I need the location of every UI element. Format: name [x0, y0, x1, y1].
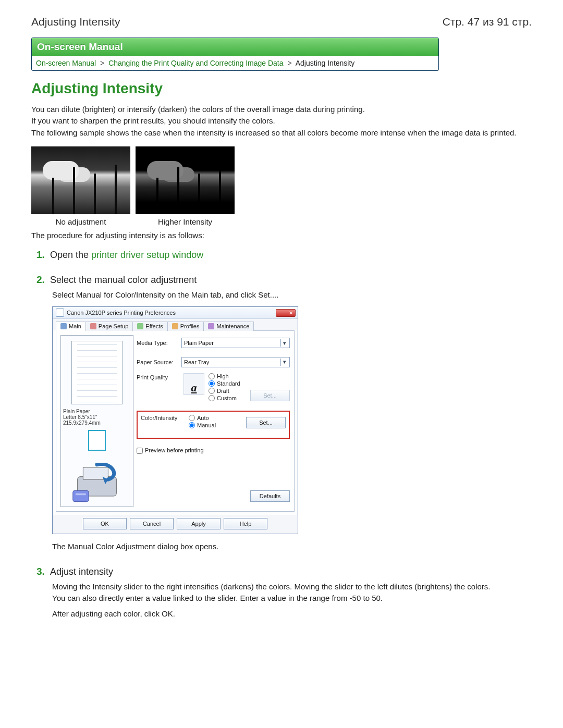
breadcrumb-sep: >: [98, 59, 106, 67]
quality-high-radio[interactable]: High: [209, 373, 240, 379]
step2-title: Select the manual color adjustment: [50, 275, 197, 285]
sample-no-adjust: No adjustment: [31, 146, 130, 226]
quality-set-button[interactable]: Set...: [250, 390, 290, 401]
color-set-button[interactable]: Set...: [246, 417, 286, 428]
color-intensity-label: Color/Intensity: [141, 415, 181, 421]
preview-info: Plain Paper: [63, 409, 90, 414]
color-intensity-group: Color/Intensity Auto Manual Set...: [137, 411, 290, 439]
radio-label: Manual: [197, 422, 216, 428]
print-preferences-dialog: Canon JX210P series Printing Preferences…: [52, 306, 298, 534]
select-value: Plain Paper: [184, 340, 214, 346]
print-preview-pane: Plain Paper Letter 8.5"x11" 215.9x279.4m…: [60, 335, 133, 507]
media-type-select[interactable]: Plain Paper ▾: [181, 338, 290, 348]
step-number: 1.: [36, 249, 45, 261]
tray-icon: [88, 430, 106, 451]
tab-label: Profiles: [180, 323, 200, 329]
breadcrumb-sep: >: [285, 59, 293, 67]
step3-line: You can also directly enter a value link…: [52, 593, 532, 603]
procedure-line: The procedure for adjusting intensity is…: [31, 230, 532, 241]
breadcrumb-root[interactable]: On-screen Manual: [36, 59, 96, 67]
tab-label: Main: [69, 323, 81, 329]
color-manual-radio[interactable]: Manual: [189, 422, 216, 428]
tab-main[interactable]: Main: [56, 322, 86, 331]
tab-maintenance[interactable]: Maintenance: [203, 322, 254, 331]
quality-draft-radio[interactable]: Draft: [209, 388, 240, 394]
step1-prefix: Open the: [50, 250, 91, 260]
step2-desc: Select Manual for Color/Intensity on the…: [52, 290, 532, 300]
dialog-title: Canon JX210P series Printing Preferences: [67, 310, 176, 316]
app-icon: [56, 309, 64, 317]
step3-title: Adjust intensity: [50, 566, 113, 577]
svg-rect-4: [76, 493, 86, 496]
step-number: 2.: [36, 274, 45, 286]
page-title: Adjusting Intensity: [31, 80, 532, 97]
select-value: Rear Tray: [184, 359, 209, 365]
preview-before-printing-checkbox[interactable]: Preview before printing: [137, 447, 204, 453]
cancel-button[interactable]: Cancel: [130, 518, 174, 529]
step3-line: After adjusting each color, click OK.: [52, 609, 532, 619]
quality-icon: a: [183, 373, 204, 395]
page-counter: Стр. 47 из 91 стр.: [443, 16, 532, 28]
step2-after: The Manual Color Adjustment dialog box o…: [52, 541, 532, 552]
radio-label: Auto: [197, 415, 209, 421]
radio-label: Custom: [217, 395, 237, 401]
help-button[interactable]: Help: [224, 518, 267, 529]
intro-line: You can dilute (brighten) or intensify (…: [31, 104, 532, 115]
quality-standard-radio[interactable]: Standard: [209, 380, 240, 387]
tab-effects[interactable]: Effects: [132, 322, 167, 331]
print-quality-label: Print Quality: [137, 373, 177, 380]
manual-banner: On-screen Manual: [32, 38, 438, 56]
tab-label: Effects: [145, 323, 163, 329]
page-title-top: Adjusting Intensity: [31, 16, 120, 28]
breadcrumb-parent[interactable]: Changing the Print Quality and Correctin…: [108, 59, 283, 67]
printer-driver-link[interactable]: printer driver setup window: [91, 250, 203, 260]
chevron-down-icon: ▾: [280, 359, 288, 366]
media-type-label: Media Type:: [137, 340, 177, 346]
radio-label: Standard: [217, 380, 240, 387]
breadcrumb-here: Adjusting Intensity: [296, 59, 355, 67]
sample-caption: No adjustment: [31, 217, 130, 226]
intro-line: If you want to sharpen the print results…: [31, 116, 532, 126]
preview-info: Letter 8.5"x11" 215.9x279.4mm: [63, 414, 131, 426]
radio-label: Draft: [217, 388, 229, 394]
step-number: 3.: [36, 566, 45, 577]
apply-button[interactable]: Apply: [177, 518, 221, 529]
ok-button[interactable]: OK: [83, 518, 127, 529]
printer-icon: [68, 463, 126, 504]
paper-source-select[interactable]: Rear Tray ▾: [181, 357, 290, 367]
checkbox-label: Preview before printing: [145, 447, 204, 453]
step3-line: Moving the Intensity slider to the right…: [52, 582, 532, 592]
intro-line: The following sample shows the case when…: [31, 128, 532, 138]
paper-source-label: Paper Source:: [137, 359, 177, 365]
tab-label: Page Setup: [99, 323, 129, 329]
defaults-button[interactable]: Defaults: [250, 490, 290, 502]
tab-label: Maintenance: [216, 323, 249, 329]
sample-caption: Higher Intensity: [136, 217, 235, 226]
close-icon[interactable]: ✕: [276, 309, 296, 317]
color-auto-radio[interactable]: Auto: [189, 415, 216, 421]
tab-page-setup[interactable]: Page Setup: [85, 322, 133, 331]
tab-profiles[interactable]: Profiles: [167, 322, 204, 331]
radio-label: High: [217, 373, 229, 379]
chevron-down-icon: ▾: [280, 339, 288, 347]
sample-higher-intensity: Higher Intensity: [136, 146, 235, 226]
svg-rect-3: [73, 491, 89, 502]
quality-custom-radio[interactable]: Custom: [209, 395, 240, 401]
breadcrumb: On-screen Manual > Changing the Print Qu…: [32, 56, 438, 70]
